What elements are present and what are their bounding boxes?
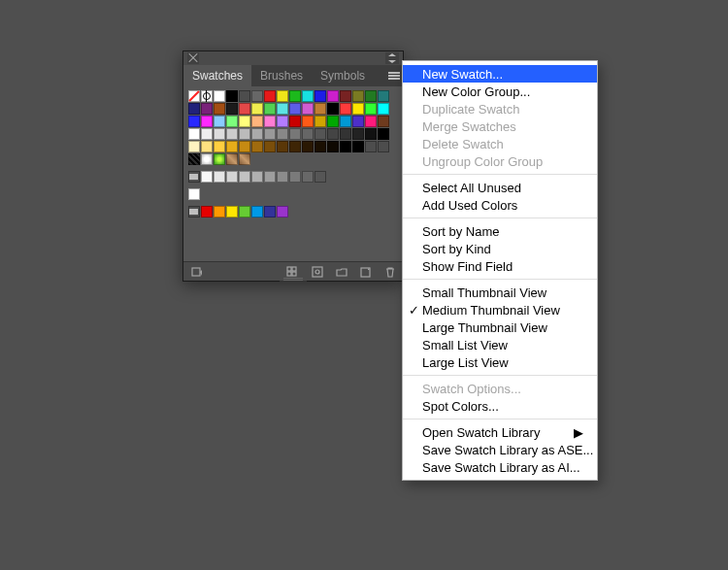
swatch[interactable] xyxy=(289,128,301,140)
swatch[interactable] xyxy=(264,128,276,140)
swatch[interactable] xyxy=(239,103,250,115)
menu-item[interactable]: New Color Group... xyxy=(403,83,597,100)
swatch[interactable] xyxy=(340,116,351,127)
swatch[interactable] xyxy=(289,90,301,102)
swatch[interactable] xyxy=(264,116,276,127)
swatch[interactable] xyxy=(340,103,351,115)
swatch[interactable] xyxy=(340,90,351,102)
swatch[interactable] xyxy=(352,128,364,140)
swatch[interactable] xyxy=(378,116,389,127)
swatch-options-icon[interactable] xyxy=(310,264,324,279)
trash-icon[interactable] xyxy=(382,264,397,279)
swatch[interactable] xyxy=(277,128,288,140)
tab-symbols[interactable]: Symbols xyxy=(312,65,374,86)
swatch[interactable] xyxy=(239,116,250,127)
swatch[interactable] xyxy=(378,141,389,152)
swatch[interactable] xyxy=(302,116,314,127)
swatch[interactable] xyxy=(327,90,339,102)
swatch[interactable] xyxy=(277,90,288,102)
swatch[interactable] xyxy=(214,141,225,152)
swatch[interactable] xyxy=(352,141,364,152)
tab-brushes[interactable]: Brushes xyxy=(251,65,312,86)
swatch[interactable] xyxy=(188,116,200,127)
menu-item[interactable]: Show Find Field xyxy=(403,257,597,275)
swatch[interactable] xyxy=(251,103,263,115)
swatch[interactable] xyxy=(251,116,263,127)
swatch[interactable] xyxy=(201,171,213,183)
menu-item[interactable]: Add Used Colors xyxy=(403,196,597,214)
panel-options-icon[interactable] xyxy=(385,65,403,86)
swatch[interactable] xyxy=(365,116,377,127)
swatch[interactable] xyxy=(226,141,238,152)
swatch[interactable] xyxy=(251,141,263,152)
swatch[interactable] xyxy=(302,171,314,183)
swatch[interactable] xyxy=(352,116,364,127)
color-group-folder-icon[interactable] xyxy=(188,206,200,218)
swatch[interactable] xyxy=(277,141,288,152)
swatch[interactable] xyxy=(214,171,225,183)
menu-item[interactable]: Large Thumbnail View xyxy=(403,319,597,336)
menu-item[interactable]: Sort by Name xyxy=(403,222,597,240)
close-icon[interactable] xyxy=(187,52,199,64)
swatch[interactable] xyxy=(314,90,326,102)
swatch[interactable] xyxy=(201,141,213,152)
menu-item[interactable]: Open Swatch Library▶ xyxy=(403,423,597,441)
swatch[interactable] xyxy=(340,141,351,152)
color-group-folder-icon[interactable] xyxy=(188,171,200,183)
swatch[interactable] xyxy=(352,103,364,115)
swatch[interactable] xyxy=(327,141,339,152)
swatch[interactable] xyxy=(188,103,200,115)
swatch[interactable] xyxy=(226,103,238,115)
swatch[interactable] xyxy=(365,128,377,140)
swatch[interactable] xyxy=(201,153,213,165)
swatch[interactable] xyxy=(302,128,314,140)
swatch[interactable] xyxy=(314,103,326,115)
swatch[interactable] xyxy=(226,128,238,140)
swatch[interactable] xyxy=(277,103,288,115)
menu-item[interactable]: Spot Colors... xyxy=(403,397,597,415)
swatch[interactable] xyxy=(365,141,377,152)
swatch[interactable] xyxy=(314,116,326,127)
swatch[interactable] xyxy=(277,116,288,127)
swatch[interactable] xyxy=(289,103,301,115)
swatch[interactable] xyxy=(327,128,339,140)
swatch[interactable] xyxy=(201,103,213,115)
library-menu-icon[interactable] xyxy=(189,264,204,279)
swatch[interactable] xyxy=(378,128,389,140)
swatch[interactable] xyxy=(214,103,225,115)
swatch[interactable] xyxy=(188,128,200,140)
swatch[interactable] xyxy=(277,171,288,183)
swatch[interactable] xyxy=(226,206,238,218)
menu-item[interactable]: Large List View xyxy=(403,353,597,371)
swatch[interactable] xyxy=(264,171,276,183)
swatch[interactable] xyxy=(340,128,351,140)
swatch[interactable] xyxy=(264,141,276,152)
swatch[interactable] xyxy=(239,206,250,218)
menu-item[interactable]: Small Thumbnail View xyxy=(403,284,597,301)
swatch[interactable] xyxy=(264,103,276,115)
swatch[interactable] xyxy=(251,128,263,140)
swatch[interactable] xyxy=(188,90,200,102)
menu-item[interactable]: ✓Medium Thumbnail View xyxy=(403,301,597,319)
swatch[interactable] xyxy=(289,141,301,152)
swatch[interactable] xyxy=(226,171,238,183)
menu-item[interactable]: New Swatch... xyxy=(403,65,597,83)
swatch[interactable] xyxy=(239,171,250,183)
swatch[interactable] xyxy=(264,206,276,218)
swatch[interactable] xyxy=(352,90,364,102)
swatch[interactable] xyxy=(188,153,200,165)
new-color-group-icon[interactable] xyxy=(334,264,348,279)
swatch[interactable] xyxy=(314,141,326,152)
swatch[interactable] xyxy=(365,103,377,115)
swatch[interactable] xyxy=(314,128,326,140)
menu-item[interactable]: Sort by Kind xyxy=(403,240,597,257)
swatch[interactable] xyxy=(188,141,200,152)
menu-item[interactable]: Save Swatch Library as ASE... xyxy=(403,441,597,458)
menu-item[interactable]: Small List View xyxy=(403,336,597,353)
swatch[interactable] xyxy=(378,90,389,102)
swatch[interactable] xyxy=(302,103,314,115)
swatch[interactable] xyxy=(239,90,250,102)
swatch[interactable] xyxy=(188,188,200,200)
swatch[interactable] xyxy=(314,171,326,183)
swatch[interactable] xyxy=(214,116,225,127)
